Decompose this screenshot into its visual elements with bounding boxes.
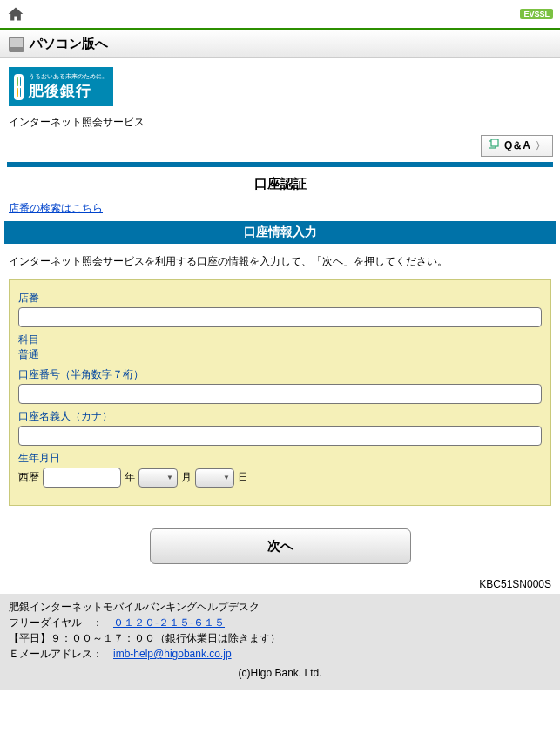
logo-area: うるおいある未来のために。 肥後銀行	[0, 58, 560, 115]
service-name: インターネット照会サービス	[0, 115, 560, 135]
screen-code: KBC51SN000S	[0, 578, 560, 594]
home-icon[interactable]	[7, 5, 24, 23]
footer-email-link[interactable]: imb-help@higobank.co.jp	[113, 648, 232, 660]
footer-hours: 【平日】９：００～１７：００（銀行休業日は除きます）	[9, 630, 551, 646]
bank-logo: うるおいある未来のために。 肥後銀行	[9, 67, 113, 106]
pc-version-bar[interactable]: パソコン版へ	[0, 30, 560, 58]
section-header: 口座情報入力	[4, 221, 556, 244]
copyright: (c)Higo Bank. Ltd.	[9, 662, 551, 681]
subject-value: 普通	[18, 347, 542, 362]
account-name-input[interactable]	[18, 426, 542, 446]
footer-email-label: Ｅメールアドレス：	[9, 648, 113, 660]
day-select[interactable]	[195, 468, 234, 488]
account-name-label: 口座名義人（カナ）	[18, 409, 542, 424]
dob-label: 生年月日	[18, 451, 542, 466]
subject-label: 科目	[18, 333, 542, 347]
qa-label: Q＆A	[504, 138, 530, 153]
monitor-icon	[9, 37, 24, 52]
footer-dial-link[interactable]: ０１２０‐２１５‐６１５	[113, 616, 225, 629]
chevron-right-icon: 〉	[536, 139, 545, 152]
account-form: 店番 科目 普通 口座番号（半角数字７桁） 口座名義人（カナ） 生年月日 西暦 …	[9, 279, 551, 506]
page-title: 口座認証	[0, 167, 560, 201]
day-suffix: 日	[238, 470, 248, 485]
popup-icon	[489, 139, 499, 152]
pc-version-label: パソコン版へ	[30, 36, 108, 52]
year-input[interactable]	[43, 468, 121, 488]
evssl-badge: EVSSL	[520, 9, 553, 19]
account-no-label: 口座番号（半角数字７桁）	[18, 367, 542, 382]
svg-rect-1	[491, 139, 498, 146]
account-no-input[interactable]	[18, 384, 542, 404]
footer: 肥銀インターネットモバイルバンキングヘルプデスク フリーダイヤル ： ０１２０‐…	[0, 594, 560, 690]
footer-helpdesk: 肥銀インターネットモバイルバンキングヘルプデスク	[9, 599, 551, 615]
month-select[interactable]	[138, 468, 178, 488]
instruction-text: インターネット照会サービスを利用する口座の情報を入力して、「次へ」を押してくださ…	[0, 244, 560, 279]
month-suffix: 月	[181, 470, 192, 485]
branch-search-link[interactable]: 店番の検索はこちら	[0, 201, 111, 221]
logo-brand-jp: 肥後銀行	[29, 81, 108, 101]
era-label: 西暦	[18, 470, 39, 485]
branch-label: 店番	[18, 291, 542, 306]
qa-button[interactable]: Q＆A 〉	[481, 135, 553, 157]
topbar: EVSSL	[0, 0, 560, 28]
year-suffix: 年	[125, 470, 135, 485]
logo-mark-icon	[14, 74, 24, 100]
branch-input[interactable]	[18, 307, 542, 327]
logo-tagline: うるおいある未来のために。	[29, 72, 108, 81]
footer-dial-label: フリーダイヤル ：	[9, 616, 113, 629]
next-button[interactable]: 次へ	[150, 528, 411, 564]
